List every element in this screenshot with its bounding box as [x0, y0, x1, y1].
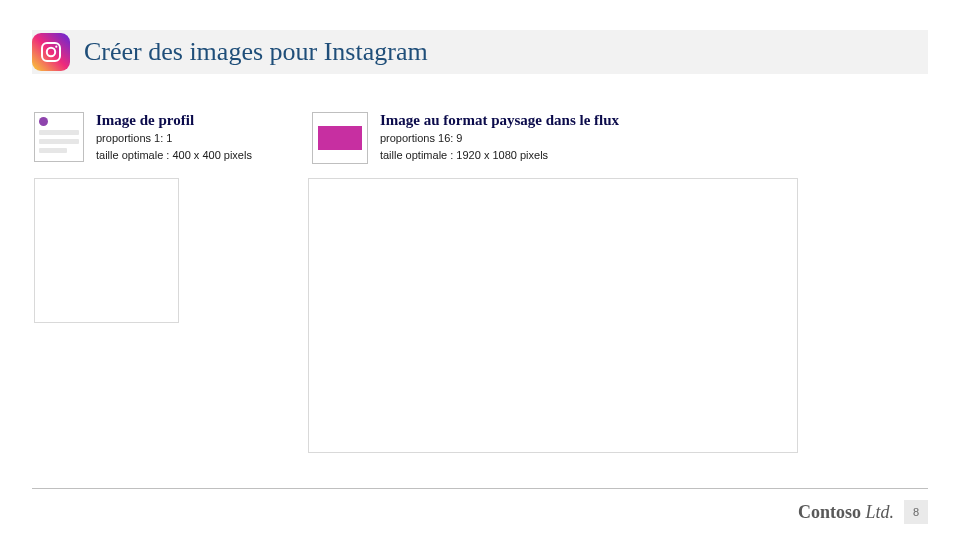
- landscape-proportions: proportions 16: 9: [380, 131, 619, 146]
- profile-column: Image de profil proportions 1: 1 taille …: [34, 112, 252, 163]
- profile-thumbnail-icon: [34, 112, 84, 162]
- footer-divider: [32, 488, 928, 489]
- landscape-column: Image au format paysage dans le flux pro…: [312, 112, 619, 164]
- content-row: Image de profil proportions 1: 1 taille …: [34, 112, 930, 164]
- page-number: 8: [904, 500, 928, 524]
- svg-rect-0: [42, 43, 60, 61]
- brand-suffix: Ltd.: [861, 502, 894, 522]
- profile-optimal-size: taille optimale : 400 x 400 pixels: [96, 148, 252, 163]
- profile-proportions: proportions 1: 1: [96, 131, 252, 146]
- svg-point-2: [55, 46, 57, 48]
- slide: Créer des images pour Instagram Image de…: [0, 0, 960, 540]
- profile-placeholder: [34, 178, 179, 323]
- brand-main: Contoso: [798, 502, 861, 522]
- page-title: Créer des images pour Instagram: [84, 37, 428, 67]
- svg-point-1: [47, 48, 55, 56]
- header-bar: Créer des images pour Instagram: [32, 30, 928, 74]
- footer: Contoso Ltd. 8: [798, 500, 928, 524]
- landscape-optimal-size: taille optimale : 1920 x 1080 pixels: [380, 148, 619, 163]
- landscape-title: Image au format paysage dans le flux: [380, 112, 619, 129]
- landscape-placeholder: [308, 178, 798, 453]
- instagram-icon: [32, 33, 70, 71]
- profile-title: Image de profil: [96, 112, 252, 129]
- brand-label: Contoso Ltd.: [798, 502, 894, 523]
- landscape-thumbnail-icon: [312, 112, 368, 164]
